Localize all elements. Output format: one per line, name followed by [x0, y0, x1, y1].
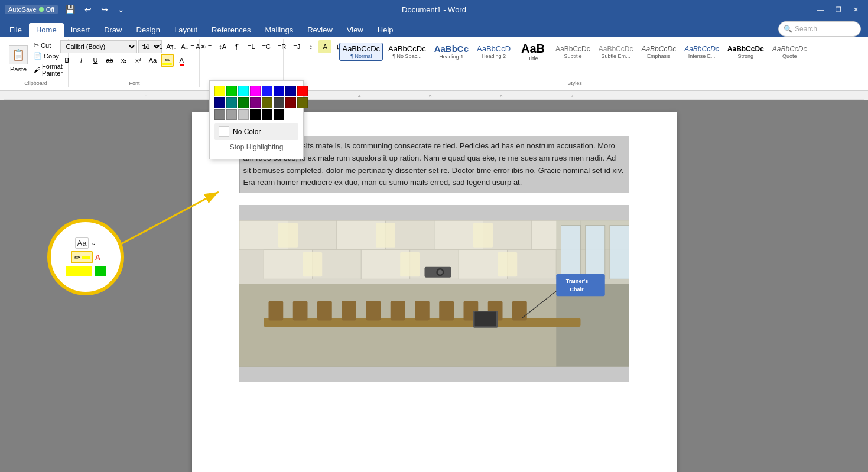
color-blue3[interactable] [285, 86, 296, 96]
align-left-button[interactable]: ≡L [245, 40, 258, 53]
format-painter-icon: 🖌 [34, 66, 40, 73]
style-title[interactable]: AaB Title [516, 40, 550, 63]
color-purple[interactable] [250, 97, 261, 108]
italic-button[interactable]: I [74, 54, 87, 67]
restore-button[interactable]: ❐ [831, 5, 846, 15]
undo-button[interactable]: ↩ [82, 4, 94, 15]
styles-group-label: Styles [285, 80, 864, 86]
style-intense-em[interactable]: AaBbCcDc Intense E... [681, 43, 722, 61]
decrease-indent-button[interactable]: ←≡ [181, 40, 197, 53]
color-blue2[interactable] [274, 86, 284, 96]
autosave-toggle[interactable]: AutoSave Off [5, 5, 58, 14]
mag-a-red: A [95, 253, 100, 262]
sort-button[interactable]: ↕A [216, 40, 229, 53]
svg-rect-47 [390, 301, 405, 321]
redo-button[interactable]: ↪ [99, 4, 110, 15]
paste-button[interactable]: 📋 Paste [6, 43, 30, 75]
copy-button[interactable]: 📄 Copy [31, 51, 65, 61]
room-svg: Trainer's Chair [239, 205, 629, 382]
color-red[interactable] [297, 86, 308, 96]
style-heading2[interactable]: AaBbCcD Heading 2 [474, 43, 513, 61]
color-bright-green[interactable] [226, 86, 237, 96]
doc-image: Trainer's Chair [239, 205, 629, 382]
color-dark-red[interactable] [285, 97, 296, 108]
tab-home[interactable]: Home [29, 23, 64, 37]
tab-draw[interactable]: Draw [97, 23, 129, 37]
color-teal[interactable] [226, 97, 237, 108]
color-olive2[interactable] [297, 97, 308, 108]
strikethrough-button[interactable]: ab [103, 54, 116, 67]
color-cyan[interactable] [238, 86, 249, 96]
color-picker-dropdown: No Color Stop Highlighting [209, 80, 304, 159]
tab-layout[interactable]: Layout [167, 23, 204, 37]
search-box[interactable]: 🔍 Search [778, 21, 861, 37]
style-quote[interactable]: AaBbCcDc Quote [769, 43, 810, 61]
autosave-state: Off [46, 6, 54, 13]
numbered-list-button[interactable]: ≡1 [152, 40, 166, 53]
font-name-select[interactable]: Calibri (Body) [60, 40, 137, 53]
color-yellow[interactable] [214, 86, 225, 96]
style-heading2-label: Heading 2 [482, 53, 506, 59]
underline-button[interactable]: U [89, 54, 102, 67]
color-blue1[interactable] [262, 86, 272, 96]
style-no-spacing[interactable]: AaBbCcDc ¶ No Spac... [385, 43, 429, 61]
cut-button[interactable]: ✂ Cut [31, 40, 65, 50]
subscript-button[interactable]: x₂ [118, 54, 131, 67]
tab-help[interactable]: Help [370, 23, 401, 37]
no-color-button[interactable]: No Color [214, 123, 298, 140]
tab-references[interactable]: References [204, 23, 258, 37]
style-strong-label: Strong [738, 53, 754, 59]
color-dark-green[interactable] [238, 97, 249, 108]
color-light-gray[interactable] [226, 109, 237, 120]
color-dark-gray[interactable] [274, 97, 284, 108]
svg-rect-55 [556, 274, 605, 296]
close-button[interactable]: ✕ [849, 5, 863, 15]
tab-file[interactable]: File [2, 23, 29, 37]
tab-view[interactable]: View [340, 23, 370, 37]
style-emphasis[interactable]: AaBbCcDc Emphasis [638, 43, 679, 61]
style-normal[interactable]: AaBbCcDc ¶ Normal [339, 43, 383, 61]
format-painter-button[interactable]: 🖌 Format Painter [31, 61, 65, 78]
copy-icon: 📄 [34, 52, 42, 60]
style-subtitle[interactable]: AaBbCcDc Subtitle [552, 43, 593, 61]
ribbon-tabs: File Home Insert Draw Design Layout Refe… [0, 19, 868, 37]
save-button[interactable]: 💾 [63, 4, 77, 15]
stop-highlighting-button[interactable]: Stop Highlighting [214, 140, 298, 154]
color-black2[interactable] [262, 109, 272, 120]
color-black[interactable] [250, 109, 261, 120]
svg-text:Trainer's: Trainer's [565, 278, 587, 284]
style-strong[interactable]: AaBbCcDc Strong [724, 43, 767, 61]
color-olive[interactable] [262, 97, 272, 108]
style-heading1[interactable]: AaBbCc Heading 1 [431, 42, 472, 61]
svg-text:7: 7 [571, 93, 574, 99]
increase-indent-button[interactable]: →≡ [199, 40, 214, 53]
style-intense-em-label: Intense E... [688, 53, 716, 59]
multilevel-list-button[interactable]: ≡↓ [167, 40, 180, 53]
color-black3[interactable] [274, 109, 284, 120]
quick-access-more[interactable]: ⌄ [115, 4, 127, 15]
svg-rect-45 [342, 301, 356, 321]
align-center-button[interactable]: ≡C [259, 40, 274, 53]
tab-design[interactable]: Design [129, 23, 167, 37]
clipboard-small-buttons: ✂ Cut 📄 Copy 🖌 Format Painter [31, 40, 65, 78]
color-lighter-gray[interactable] [238, 109, 249, 120]
tab-mailings[interactable]: Mailings [258, 23, 301, 37]
minimize-button[interactable]: — [812, 5, 828, 15]
color-gray[interactable] [214, 109, 225, 120]
svg-text:Chair: Chair [570, 287, 584, 292]
style-subtitle-label: Subtitle [564, 53, 581, 59]
svg-rect-26 [278, 223, 298, 248]
bullet-list-button[interactable]: ≡• [138, 40, 151, 53]
bold-button[interactable]: B [60, 54, 73, 67]
tab-review[interactable]: Review [300, 23, 340, 37]
show-hide-button[interactable]: ¶ [230, 40, 243, 53]
svg-rect-36 [561, 226, 580, 279]
search-area: 🔍 Search [773, 21, 866, 37]
color-magenta[interactable] [250, 86, 261, 96]
ruler: 1 2 3 4 5 6 7 [0, 91, 868, 100]
tab-insert[interactable]: Insert [64, 23, 97, 37]
style-subtle-em[interactable]: AaBbCcDc Subtle Em... [596, 43, 636, 61]
magnifier-content: Aa ⌄ ✏ A [61, 233, 111, 281]
svg-point-34 [437, 270, 442, 275]
color-dark-blue[interactable] [214, 97, 225, 108]
